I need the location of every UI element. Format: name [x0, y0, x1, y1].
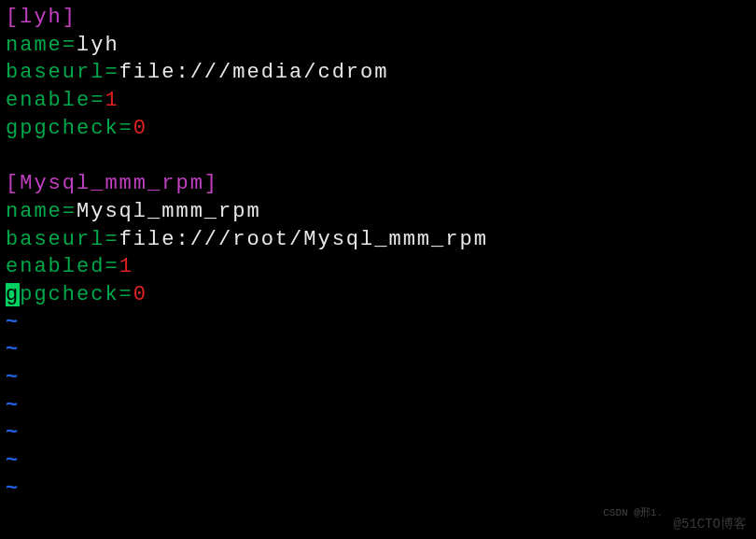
config-line: baseurl=file:///root/Mysql_mmm_rpm	[6, 226, 750, 254]
section-bracket: [lyh]	[6, 6, 77, 29]
config-line: baseurl=file:///media/cdrom	[6, 59, 750, 87]
empty-line-tilde: ~	[6, 419, 750, 447]
value-gpgcheck: 0	[133, 283, 147, 306]
config-line: enabled=1	[6, 253, 750, 281]
config-line: gpgcheck=0	[6, 115, 750, 143]
key-gpgcheck-rest: pgcheck=	[20, 283, 133, 306]
config-line: name=lyh	[6, 32, 750, 60]
config-line-cursor: gpgcheck=0	[6, 281, 750, 309]
config-line: enable=1	[6, 87, 750, 115]
value-name: Mysql_mmm_rpm	[77, 200, 261, 223]
empty-line-tilde: ~	[6, 336, 750, 364]
cursor: g	[6, 283, 20, 306]
value-name: lyh	[77, 34, 119, 57]
empty-line-tilde: ~	[6, 309, 750, 337]
value-baseurl: file:///root/Mysql_mmm_rpm	[119, 228, 488, 251]
watermark-csdn: CSDN @邢1.	[603, 506, 663, 520]
key-enabled: enabled=	[6, 255, 119, 278]
empty-line-tilde: ~	[6, 475, 750, 504]
empty-line-tilde: ~	[6, 447, 750, 475]
section-header-lyh: [lyh]	[6, 4, 750, 32]
empty-line-tilde: ~	[6, 364, 750, 392]
value-enable: 1	[105, 89, 119, 112]
section-header-mysql: [Mysql_mmm_rpm]	[6, 170, 750, 198]
value-enabled: 1	[119, 255, 133, 278]
key-baseurl: baseurl=	[6, 228, 119, 251]
key-baseurl: baseurl=	[6, 61, 119, 84]
section-bracket: [Mysql_mmm_rpm]	[6, 172, 218, 195]
value-baseurl: file:///media/cdrom	[119, 61, 389, 84]
config-line: name=Mysql_mmm_rpm	[6, 198, 750, 226]
blank-line	[6, 142, 750, 170]
empty-line-tilde: ~	[6, 392, 750, 420]
key-name: name=	[6, 34, 77, 57]
key-enable: enable=	[6, 89, 105, 112]
watermark-51cto: @51CTO博客	[674, 516, 747, 533]
value-gpgcheck: 0	[133, 117, 147, 140]
key-name: name=	[6, 200, 77, 223]
key-gpgcheck: gpgcheck=	[6, 117, 133, 140]
